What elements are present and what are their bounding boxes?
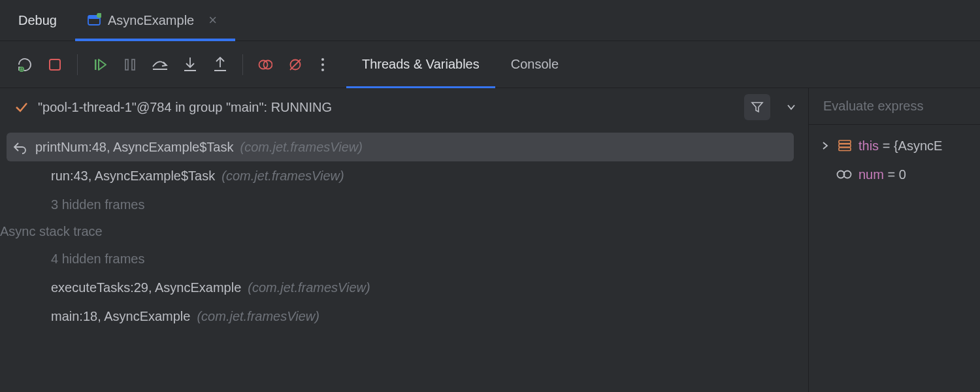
debug-main: "pool-1-thread-1"@784 in group "main": R…: [0, 88, 980, 392]
svg-rect-21: [839, 144, 851, 148]
watch-icon: [836, 169, 852, 180]
frame-package: (com.jet.framesView): [221, 169, 344, 184]
hidden-frames-row[interactable]: 4 hidden frames: [7, 244, 794, 273]
async-stack-label: Async stack trace: [0, 219, 800, 244]
step-over-button[interactable]: [147, 52, 173, 78]
more-actions-button[interactable]: [312, 58, 333, 71]
stop-button[interactable]: [42, 52, 68, 78]
variable-row[interactable]: this = {AsyncE: [819, 131, 980, 160]
svg-rect-20: [839, 140, 851, 144]
hidden-frames-label: 4 hidden frames: [51, 252, 144, 267]
drop-frame-icon: [13, 140, 27, 154]
stack-frame[interactable]: printNum:48, AsyncExample$Task (com.jet.…: [7, 133, 794, 161]
application-icon: [87, 13, 101, 27]
filter-button[interactable]: [744, 94, 770, 120]
tab-label: AsyncExample: [108, 13, 194, 28]
stack-frame[interactable]: executeTasks:29, AsyncExample (com.jet.f…: [7, 273, 794, 302]
svg-rect-6: [21, 67, 22, 71]
frame-location: run:43, AsyncExample$Task: [51, 169, 215, 184]
svg-rect-7: [50, 59, 60, 70]
variables-list: this = {AsyncE num = 0: [809, 125, 980, 189]
close-icon[interactable]: ×: [208, 12, 217, 29]
resume-button[interactable]: [87, 52, 113, 78]
frames-list: printNum:48, AsyncExample$Task (com.jet.…: [0, 126, 808, 392]
step-into-button[interactable]: [177, 52, 203, 78]
variable-value: {AsyncE: [894, 139, 942, 153]
stack-frame[interactable]: run:43, AsyncExample$Task (com.jet.frame…: [7, 161, 794, 190]
svg-rect-11: [153, 69, 167, 70]
thread-dropdown-button[interactable]: [779, 94, 803, 120]
step-out-button[interactable]: [207, 52, 233, 78]
variable-value: 0: [899, 167, 906, 182]
toolbar-divider: [242, 54, 243, 75]
svg-rect-9: [125, 59, 128, 70]
tab-threads-variables[interactable]: Threads & Variables: [346, 41, 495, 88]
view-breakpoints-button[interactable]: [252, 52, 278, 78]
debug-toolbar: Threads & Variables Console: [0, 41, 980, 88]
frame-package: (com.jet.framesView): [197, 309, 319, 324]
check-icon: [14, 100, 29, 114]
variable-name: this: [858, 139, 879, 153]
debug-header: Debug AsyncExample ×: [0, 0, 980, 41]
stack-frame[interactable]: main:18, AsyncExample (com.jet.framesVie…: [7, 302, 794, 331]
hidden-frames-label: 3 hidden frames: [51, 197, 144, 212]
tool-window-title: Debug: [0, 0, 75, 41]
tab-console[interactable]: Console: [495, 41, 574, 88]
debug-view-tabs: Threads & Variables Console: [346, 41, 574, 88]
frame-location: executeTasks:29, AsyncExample: [51, 280, 241, 295]
hidden-frames-row[interactable]: 3 hidden frames: [7, 190, 794, 219]
frame-location: printNum:48, AsyncExample$Task: [35, 140, 233, 155]
frame-package: (com.jet.framesView): [240, 140, 362, 155]
svg-rect-15: [214, 70, 226, 71]
mute-breakpoints-button[interactable]: [282, 52, 308, 78]
variable-name: num: [858, 167, 884, 182]
pause-button[interactable]: [117, 52, 143, 78]
frame-location: main:18, AsyncExample: [51, 309, 190, 324]
variables-panel: Evaluate express this = {AsyncE: [809, 88, 980, 392]
object-icon: [838, 139, 852, 153]
svg-rect-22: [839, 148, 851, 151]
expand-icon[interactable]: [819, 142, 831, 150]
rerun-button[interactable]: [12, 52, 38, 78]
evaluate-expression-input[interactable]: Evaluate express: [809, 88, 980, 125]
svg-rect-10: [132, 59, 135, 70]
variable-row[interactable]: num = 0: [819, 160, 980, 189]
frames-panel: "pool-1-thread-1"@784 in group "main": R…: [0, 88, 809, 392]
thread-status-text: "pool-1-thread-1"@784 in group "main": R…: [38, 100, 735, 115]
toolbar-divider: [77, 54, 78, 75]
frame-package: (com.jet.framesView): [248, 280, 370, 295]
svg-rect-13: [184, 70, 196, 71]
run-config-tab[interactable]: AsyncExample ×: [75, 0, 235, 41]
thread-selector[interactable]: "pool-1-thread-1"@784 in group "main": R…: [0, 88, 808, 126]
svg-rect-8: [95, 59, 97, 70]
